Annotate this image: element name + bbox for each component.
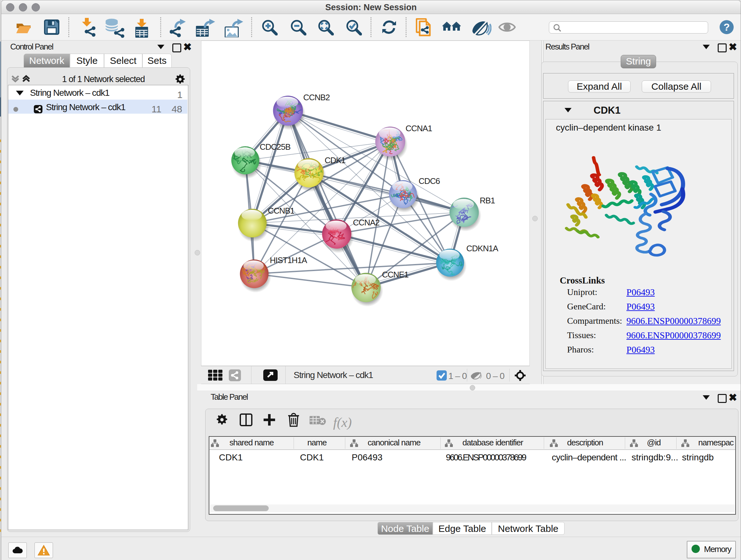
svg-text:CDKN1A: CDKN1A [466, 244, 498, 253]
svg-text:CDC6: CDC6 [419, 177, 440, 186]
svg-text:CCNA1: CCNA1 [406, 124, 432, 133]
svg-text:CCNE1: CCNE1 [382, 270, 409, 279]
svg-text:CCNA2: CCNA2 [353, 218, 380, 227]
svg-text:?: ? [724, 21, 730, 33]
svg-text:CCNB1: CCNB1 [268, 206, 295, 215]
svg-text:CCNB2: CCNB2 [303, 93, 330, 102]
svg-text:HIST1H1A: HIST1H1A [270, 256, 308, 265]
svg-text:CDC25B: CDC25B [260, 142, 290, 151]
svg-text:CDK1: CDK1 [325, 156, 346, 165]
svg-text:RB1: RB1 [480, 196, 495, 205]
